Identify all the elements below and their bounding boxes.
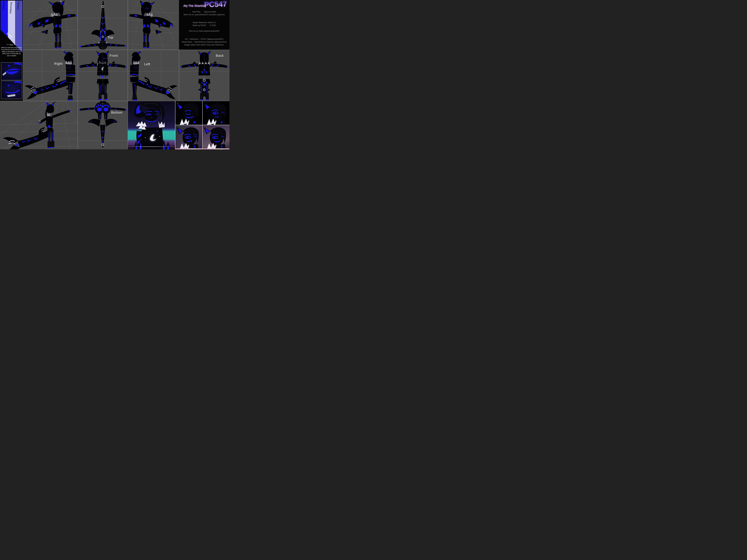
label-front-view: Front — [109, 54, 118, 58]
render-face-open-eye — [202, 101, 230, 125]
sunset-glow-strip — [202, 149, 230, 149]
note-title: *** Note *** — [1, 44, 22, 46]
render-face-smirk — [175, 125, 202, 149]
credit-base: Model Base -- YeenShark by Carmesi (@art… — [179, 41, 230, 43]
render-face-grin — [202, 125, 230, 149]
render-left-view — [128, 50, 179, 101]
cell-divider — [23, 0, 23, 101]
label-bottom-view: Bottom — [111, 111, 123, 114]
find-me-link: Find me at: linktr.ee/peanutchart547 — [179, 30, 230, 32]
sheet-version: Model Reference Sheet v3 — [179, 22, 230, 24]
reference-sheet: Top Front Right Left Back Bottom Primary… — [0, 0, 230, 149]
photo-divider — [175, 125, 230, 125]
label-left-view: Left — [144, 62, 150, 66]
photo-divider — [202, 101, 203, 149]
credit-oc: OC + Retexture -- PC547 (@peanutchart547… — [179, 38, 230, 40]
render-action-pose — [0, 101, 78, 149]
render-front-three-quarter-view — [128, 0, 179, 50]
render-back-three-quarter-view — [23, 0, 78, 50]
cell-divider — [128, 0, 128, 149]
render-right-view — [23, 50, 78, 101]
note-body: While her main blue-range colors are pre… — [1, 47, 22, 57]
made-by: Made by PC547 — [193, 24, 206, 26]
render-face-wink — [175, 101, 202, 125]
more-info-link: More info at: peanutchart547.neocities.o… — [179, 14, 230, 16]
primary-label: Primary — [2, 2, 5, 10]
cell-divider — [0, 101, 230, 101]
pronouns-species-line: She/TheyAbyssal Shark — [179, 11, 230, 13]
mouth-open-detail-swatch — [1, 62, 22, 80]
mouth-closed-detail-swatch — [1, 81, 22, 99]
label-back-view: Back — [216, 54, 224, 58]
cell-divider — [0, 50, 230, 50]
label-top-view: Top — [108, 35, 113, 39]
artist-tag: PC547 — [204, 0, 227, 9]
character-name: Aly The Sharkie — [183, 4, 205, 7]
color-palette-sidebar: Primary Secondary Tertiary Base *** Note… — [0, 0, 23, 101]
pronouns: She/They — [192, 11, 201, 13]
info-panel: Aly The Sharkie PC547 She/TheyAbyssal Sh… — [179, 0, 230, 50]
color-note: *** Note *** While her main blue-range c… — [1, 44, 22, 57]
label-right-view: Right — [54, 62, 62, 66]
photo-divider — [175, 101, 175, 149]
made-by-line: Made by PC547© 2025 — [179, 24, 230, 26]
sunset-horizon-line — [128, 146, 175, 147]
species: Abyssal Shark — [204, 11, 216, 13]
copyright: © 2025 — [210, 24, 216, 26]
sunset-glow-strip — [175, 149, 202, 149]
credit-images: Images taken from within Unity and VSeeF… — [179, 44, 230, 46]
render-showcase-sunset — [128, 101, 175, 149]
